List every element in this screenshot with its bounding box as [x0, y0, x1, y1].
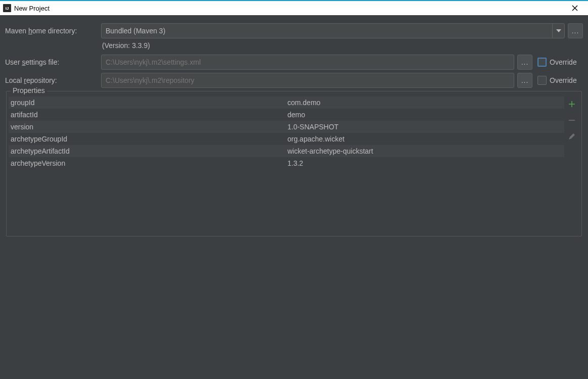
label-text: User	[5, 58, 22, 66]
prop-key: archetypeVersion	[9, 159, 285, 167]
prop-key: artifactId	[9, 111, 285, 119]
properties-panel: Properties groupId com.demo artifactId d…	[6, 91, 582, 236]
table-row[interactable]: archetypeArtifactId wicket-archetype-qui…	[9, 145, 564, 157]
label-accel: h	[28, 27, 32, 35]
prop-key: version	[9, 123, 285, 131]
table-row[interactable]: archetypeGroupId org.apache.wicket	[9, 133, 564, 145]
maven-version-text: (Version: 3.3.9)	[101, 41, 150, 50]
override-label: Override	[550, 58, 577, 66]
user-settings-label: User settings file:	[5, 58, 101, 66]
table-row[interactable]: groupId com.demo	[9, 97, 564, 109]
maven-home-label: Maven home directory:	[5, 27, 101, 35]
override-label: Override	[550, 76, 577, 84]
close-icon	[572, 5, 578, 11]
label-text: Maven	[5, 27, 28, 35]
user-settings-row: User settings file: C:\Users\nykj\.m2\se…	[5, 55, 583, 70]
table-row[interactable]: artifactId demo	[9, 109, 564, 121]
minus-icon	[568, 116, 576, 124]
ellipsis-icon: ...	[572, 27, 579, 35]
local-repo-row: Local repository: C:\Users\nykj\.m2\repo…	[5, 73, 583, 88]
chevron-down-icon	[552, 24, 564, 38]
maven-home-browse-button[interactable]: ...	[568, 23, 583, 38]
prop-value: org.apache.wicket	[285, 135, 564, 143]
edit-property-button[interactable]	[566, 131, 577, 142]
remove-property-button[interactable]	[566, 115, 577, 126]
label-text: ome directory:	[32, 27, 77, 35]
label-text: epository:	[26, 76, 57, 84]
svg-marker-2	[556, 29, 561, 32]
local-repo-field[interactable]: C:\Users\nykj\.m2\repository	[101, 73, 514, 88]
local-repo-browse-button[interactable]: ...	[517, 73, 532, 88]
titlebar: IJ New Project	[0, 0, 588, 15]
maven-home-dropdown[interactable]: Bundled (Maven 3)	[101, 23, 565, 38]
user-settings-field[interactable]: C:\Users\nykj\.m2\settings.xml	[101, 55, 514, 70]
table-row[interactable]: archetypeVersion 1.3.2	[9, 157, 564, 169]
properties-body: groupId com.demo artifactId demo version…	[7, 91, 581, 236]
prop-value: 1.3.2	[285, 159, 564, 167]
close-button[interactable]	[565, 1, 585, 15]
prop-key: archetypeGroupId	[9, 135, 285, 143]
properties-table[interactable]: groupId com.demo artifactId demo version…	[9, 97, 564, 234]
ellipsis-icon: ...	[521, 58, 529, 66]
maven-home-row: Maven home directory: Bundled (Maven 3) …	[5, 23, 583, 38]
plus-icon	[568, 100, 576, 108]
user-settings-override-wrap: Override	[537, 58, 583, 67]
label-text: ettings file:	[25, 58, 59, 66]
prop-key: archetypeArtifactId	[9, 147, 285, 155]
label-text: Local	[5, 76, 24, 84]
local-repo-override-checkbox[interactable]	[537, 76, 547, 85]
field-value: C:\Users\nykj\.m2\settings.xml	[106, 58, 201, 66]
properties-legend: Properties	[11, 86, 47, 94]
user-settings-browse-button[interactable]: ...	[517, 55, 532, 70]
prop-value: wicket-archetype-quickstart	[285, 147, 564, 155]
table-row[interactable]: version 1.0-SNAPSHOT	[9, 121, 564, 133]
app-icon: IJ	[3, 4, 11, 12]
prop-value: com.demo	[285, 99, 564, 107]
prop-value: 1.0-SNAPSHOT	[285, 123, 564, 131]
ellipsis-icon: ...	[521, 76, 529, 84]
dropdown-value: Bundled (Maven 3)	[106, 27, 165, 35]
user-settings-override-checkbox[interactable]	[537, 58, 547, 67]
local-repo-label: Local repository:	[5, 76, 101, 84]
content-area: Maven home directory: Bundled (Maven 3) …	[0, 15, 588, 242]
pencil-icon	[568, 132, 576, 140]
local-repo-override-wrap: Override	[537, 76, 583, 85]
maven-version-row: (Version: 3.3.9)	[5, 41, 583, 50]
prop-value: demo	[285, 111, 564, 119]
add-property-button[interactable]	[566, 99, 577, 110]
window-title: New Project	[14, 5, 565, 12]
prop-key: groupId	[9, 99, 285, 107]
field-value: C:\Users\nykj\.m2\repository	[106, 76, 194, 84]
properties-tools	[564, 97, 579, 234]
